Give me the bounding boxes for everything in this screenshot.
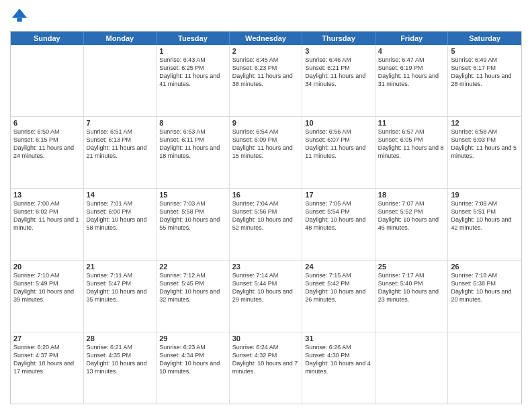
day-info: Sunrise: 6:23 AM Sunset: 4:34 PM Dayligh… [159,343,226,376]
day-cell: 12Sunrise: 6:58 AM Sunset: 6:03 PM Dayli… [448,117,521,188]
day-info: Sunrise: 7:12 AM Sunset: 5:45 PM Dayligh… [159,271,226,304]
week-row-5: 27Sunrise: 6:20 AM Sunset: 4:37 PM Dayli… [11,332,521,404]
day-info: Sunrise: 7:17 AM Sunset: 5:40 PM Dayligh… [378,271,445,304]
day-info: Sunrise: 7:04 AM Sunset: 5:56 PM Dayligh… [232,199,300,232]
day-info: Sunrise: 6:21 AM Sunset: 4:35 PM Dayligh… [87,343,154,376]
day-cell: 6Sunrise: 6:50 AM Sunset: 6:15 PM Daylig… [11,117,84,188]
day-cell: 5Sunrise: 6:49 AM Sunset: 6:17 PM Daylig… [448,45,521,116]
calendar: SundayMondayTuesdayWednesdayThursdayFrid… [10,31,522,404]
day-number: 29 [159,334,226,342]
day-info: Sunrise: 7:01 AM Sunset: 6:00 PM Dayligh… [87,199,154,232]
day-number: 15 [159,191,226,199]
day-cell: 1Sunrise: 6:43 AM Sunset: 6:25 PM Daylig… [157,45,230,116]
day-info: Sunrise: 7:14 AM Sunset: 5:44 PM Dayligh… [232,271,300,304]
day-info: Sunrise: 7:10 AM Sunset: 5:49 PM Dayligh… [13,271,81,304]
day-number: 23 [232,263,300,271]
day-number: 21 [87,263,154,271]
day-cell [448,332,521,404]
day-cell: 3Sunrise: 6:46 AM Sunset: 6:21 PM Daylig… [302,45,375,116]
day-cell: 26Sunrise: 7:18 AM Sunset: 5:38 PM Dayli… [448,261,521,332]
day-number: 14 [87,191,154,199]
calendar-body: 1Sunrise: 6:43 AM Sunset: 6:25 PM Daylig… [11,45,521,404]
day-cell: 2Sunrise: 6:45 AM Sunset: 6:23 PM Daylig… [230,45,303,116]
day-cell: 28Sunrise: 6:21 AM Sunset: 4:35 PM Dayli… [84,332,157,404]
day-number: 26 [451,263,519,271]
day-headers: SundayMondayTuesdayWednesdayThursdayFrid… [11,32,521,45]
day-cell: 19Sunrise: 7:08 AM Sunset: 5:51 PM Dayli… [448,189,521,260]
logo [10,7,32,26]
day-number: 22 [159,263,226,271]
day-number: 4 [378,47,445,55]
day-cell: 17Sunrise: 7:05 AM Sunset: 5:54 PM Dayli… [302,189,375,260]
day-header-friday: Friday [375,32,449,45]
day-header-saturday: Saturday [448,32,521,45]
day-info: Sunrise: 6:50 AM Sunset: 6:15 PM Dayligh… [13,128,81,161]
day-cell: 31Sunrise: 6:26 AM Sunset: 4:30 PM Dayli… [302,332,375,404]
day-number: 30 [232,334,300,342]
day-cell: 30Sunrise: 6:24 AM Sunset: 4:32 PM Dayli… [230,332,303,404]
day-number: 13 [13,191,81,199]
day-header-wednesday: Wednesday [230,32,303,45]
day-cell: 20Sunrise: 7:10 AM Sunset: 5:49 PM Dayli… [11,261,84,332]
day-number: 8 [159,119,226,127]
week-row-4: 20Sunrise: 7:10 AM Sunset: 5:49 PM Dayli… [11,261,521,332]
day-number: 6 [13,119,81,127]
day-info: Sunrise: 6:20 AM Sunset: 4:37 PM Dayligh… [13,343,81,376]
week-row-2: 6Sunrise: 6:50 AM Sunset: 6:15 PM Daylig… [11,117,521,189]
day-info: Sunrise: 6:53 AM Sunset: 6:11 PM Dayligh… [159,128,226,161]
day-cell: 21Sunrise: 7:11 AM Sunset: 5:47 PM Dayli… [84,261,157,332]
day-number: 27 [13,334,81,342]
day-number: 17 [305,191,372,199]
day-cell [11,45,84,116]
day-number: 5 [451,47,519,55]
svg-marker-0 [12,9,27,18]
day-header-tuesday: Tuesday [157,32,230,45]
day-info: Sunrise: 6:46 AM Sunset: 6:21 PM Dayligh… [305,56,372,89]
day-info: Sunrise: 6:57 AM Sunset: 6:05 PM Dayligh… [378,128,445,161]
day-info: Sunrise: 6:24 AM Sunset: 4:32 PM Dayligh… [232,343,300,376]
day-cell [375,332,449,404]
day-info: Sunrise: 6:58 AM Sunset: 6:03 PM Dayligh… [451,128,519,161]
day-number: 12 [451,119,519,127]
day-cell: 10Sunrise: 6:56 AM Sunset: 6:07 PM Dayli… [302,117,375,188]
day-cell: 25Sunrise: 7:17 AM Sunset: 5:40 PM Dayli… [375,261,449,332]
day-info: Sunrise: 6:43 AM Sunset: 6:25 PM Dayligh… [159,56,226,89]
day-cell: 24Sunrise: 7:15 AM Sunset: 5:42 PM Dayli… [302,261,375,332]
day-number: 31 [305,334,372,342]
day-info: Sunrise: 7:08 AM Sunset: 5:51 PM Dayligh… [451,199,519,232]
day-info: Sunrise: 6:56 AM Sunset: 6:07 PM Dayligh… [305,128,372,161]
day-cell: 16Sunrise: 7:04 AM Sunset: 5:56 PM Dayli… [230,189,303,260]
day-info: Sunrise: 7:05 AM Sunset: 5:54 PM Dayligh… [305,199,372,232]
day-info: Sunrise: 6:49 AM Sunset: 6:17 PM Dayligh… [451,56,519,89]
day-info: Sunrise: 6:47 AM Sunset: 6:19 PM Dayligh… [378,56,445,89]
day-number: 25 [378,263,445,271]
page: SundayMondayTuesdayWednesdayThursdayFrid… [0,0,532,411]
day-info: Sunrise: 7:11 AM Sunset: 5:47 PM Dayligh… [87,271,154,304]
day-cell: 8Sunrise: 6:53 AM Sunset: 6:11 PM Daylig… [157,117,230,188]
day-cell: 23Sunrise: 7:14 AM Sunset: 5:44 PM Dayli… [230,261,303,332]
day-header-thursday: Thursday [302,32,375,45]
week-row-3: 13Sunrise: 7:00 AM Sunset: 6:02 PM Dayli… [11,189,521,261]
day-cell: 22Sunrise: 7:12 AM Sunset: 5:45 PM Dayli… [157,261,230,332]
day-info: Sunrise: 7:00 AM Sunset: 6:02 PM Dayligh… [13,199,81,232]
day-number: 9 [232,119,300,127]
day-cell: 15Sunrise: 7:03 AM Sunset: 5:58 PM Dayli… [157,189,230,260]
day-number: 18 [378,191,445,199]
day-cell: 9Sunrise: 6:54 AM Sunset: 6:09 PM Daylig… [230,117,303,188]
day-number: 20 [13,263,81,271]
day-number: 28 [87,334,154,342]
logo-icon [10,7,29,26]
day-header-sunday: Sunday [11,32,84,45]
day-header-monday: Monday [84,32,157,45]
day-info: Sunrise: 6:26 AM Sunset: 4:30 PM Dayligh… [305,343,372,376]
header [10,7,522,26]
svg-rect-1 [17,18,21,22]
day-number: 2 [232,47,300,55]
day-cell: 29Sunrise: 6:23 AM Sunset: 4:34 PM Dayli… [157,332,230,404]
day-cell: 7Sunrise: 6:51 AM Sunset: 6:13 PM Daylig… [84,117,157,188]
day-cell: 27Sunrise: 6:20 AM Sunset: 4:37 PM Dayli… [11,332,84,404]
day-number: 19 [451,191,519,199]
day-cell: 11Sunrise: 6:57 AM Sunset: 6:05 PM Dayli… [375,117,449,188]
day-cell: 14Sunrise: 7:01 AM Sunset: 6:00 PM Dayli… [84,189,157,260]
day-number: 24 [305,263,372,271]
